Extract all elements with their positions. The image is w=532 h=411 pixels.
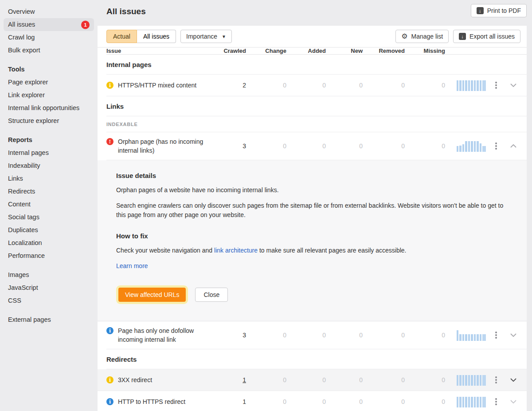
sidebar-item-bulk-export[interactable]: Bulk export [0,44,98,57]
issue-details-heading: Issue details [116,172,509,179]
kebab-icon [493,330,499,340]
sidebar-item-label: Link explorer [8,91,45,99]
issue-name[interactable]: HTTP to HTTPS redirect [118,397,185,406]
sidebar-item-css[interactable]: CSS [0,294,98,307]
spark-bar [482,146,486,152]
spark-bar [480,334,481,341]
export-all-issues-button[interactable]: Export all issues [453,30,520,43]
sidebar-item-duplicates[interactable]: Duplicates [0,224,98,237]
count-value: 0 [363,398,405,405]
row-menu-button[interactable] [486,330,506,340]
sidebar-item-links[interactable]: Links [0,172,98,185]
crawled-count[interactable]: 3 [211,332,246,339]
sidebar-item-javascript[interactable]: JavaScript [0,281,98,294]
sidebar-item-performance[interactable]: Performance [0,249,98,262]
expand-chevron-icon[interactable] [506,83,520,87]
print-to-pdf-label: Print to PDF [487,7,521,14]
manage-list-label: Manage list [411,33,443,40]
sidebar-item-label: Internal pages [8,149,49,156]
toolbar-right: Manage list Export all issues [395,30,520,43]
page-header: All issues Print to PDF [98,0,527,26]
spark-bar [477,397,478,407]
sidebar-item-content[interactable]: Content [0,198,98,211]
importance-label: Importance [186,33,217,40]
details-actions: View affected URLsClose [116,285,509,304]
issue-row[interactable]: iPage has only one dofollow incoming int… [106,321,527,349]
crawled-count[interactable]: 3 [211,142,246,150]
sidebar-item-indexability[interactable]: Indexability [0,159,98,172]
spark-bar [477,80,478,91]
count-value: 0 [363,142,405,150]
crawled-count[interactable]: 1 [211,376,246,383]
row-menu-button[interactable] [486,375,506,385]
spark-bar [468,141,470,152]
sidebar-item-label: External pages [8,316,51,323]
issue-row[interactable]: iHTTPS/HTTP mixed content200000 [106,75,527,96]
tab-actual[interactable]: Actual [106,30,137,43]
spark-bar [474,397,476,407]
sidebar-item-internal-link-opportunities[interactable]: Internal link opportunities [0,102,98,115]
close-button[interactable]: Close [195,288,228,302]
tab-all-issues[interactable]: All issues [137,30,176,43]
main-area: All issues Print to PDF Actual All issue… [98,0,532,411]
row-menu-button[interactable] [486,141,506,151]
sidebar-item-link-explorer[interactable]: Link explorer [0,89,98,102]
count-value: 0 [405,82,445,89]
download-icon [459,33,466,40]
table-header: Issue Crawled Change Added New Removed M… [106,47,527,55]
learn-more-link[interactable]: Learn more [116,262,148,269]
issue-row[interactable]: !Orphan page (has no incoming internal l… [106,132,527,160]
view-affected-urls-button[interactable]: View affected URLs [118,288,186,302]
spark-bar [468,334,470,341]
sidebar-item-label: Tools [8,66,25,73]
sidebar-item-label: Overview [8,8,35,15]
issue-name[interactable]: Page has only one dofollow incoming inte… [118,326,211,344]
kebab-icon [493,80,499,91]
collapse-chevron-icon[interactable] [506,144,520,148]
crawled-count[interactable]: 1 [211,398,246,405]
count-value: 0 [405,142,445,150]
importance-dropdown[interactable]: Importance [180,30,232,43]
row-menu-button[interactable] [486,80,506,91]
count-value: 0 [326,142,363,150]
spark-bar [457,330,458,341]
sidebar-item-label: Internal link opportunities [8,104,79,111]
crawled-count[interactable]: 2 [211,82,246,89]
count-value: 0 [246,398,286,405]
sidebar-item-internal-pages[interactable]: Internal pages [0,146,98,159]
sidebar-item-label: Reports [8,136,32,143]
spark-bar [468,375,470,386]
sidebar-item-page-explorer[interactable]: Page explorer [0,76,98,89]
count-value: 0 [286,142,326,150]
issue-name[interactable]: HTTPS/HTTP mixed content [118,81,196,90]
issue-row[interactable]: i3XX redirect100000 [98,369,527,391]
sidebar-item-external-pages[interactable]: External pages [0,313,98,326]
expand-chevron-icon[interactable] [506,333,520,337]
sidebar-item-all-issues[interactable]: All issues1 [4,18,94,31]
row-menu-button[interactable] [486,396,506,407]
sidebar-item-label: Crawl log [8,34,35,41]
sidebar-item-label: Links [8,175,23,182]
sidebar-item-images[interactable]: Images [0,269,98,281]
issue-row[interactable]: iHTTP to HTTPS redirect100000 [106,391,527,411]
link-architecture-link[interactable]: link architecture [214,247,258,254]
sidebar-item-localization[interactable]: Localization [0,237,98,249]
manage-list-button[interactable]: Manage list [395,30,449,43]
count-value: 0 [405,376,445,383]
section-title: Internal pages [106,61,152,68]
spark-bar [457,375,458,386]
expand-chevron-icon[interactable] [506,400,520,403]
gear-icon [401,33,407,40]
print-to-pdf-button[interactable]: Print to PDF [471,4,527,17]
sidebar-item-redirects[interactable]: Redirects [0,185,98,198]
sidebar-item-social-tags[interactable]: Social tags [0,211,98,224]
sidebar-item-crawl-log[interactable]: Crawl log [0,31,98,44]
sidebar-item-overview[interactable]: Overview [0,5,98,18]
spark-bar [468,80,470,91]
issue-name[interactable]: Orphan page (has no incoming internal li… [118,137,211,155]
issue-name[interactable]: 3XX redirect [118,375,152,384]
expand-chevron-icon[interactable] [506,378,520,382]
column-removed: Removed [363,47,405,54]
sidebar-item-structure-explorer[interactable]: Structure explorer [0,115,98,127]
spark-bar [457,80,458,91]
